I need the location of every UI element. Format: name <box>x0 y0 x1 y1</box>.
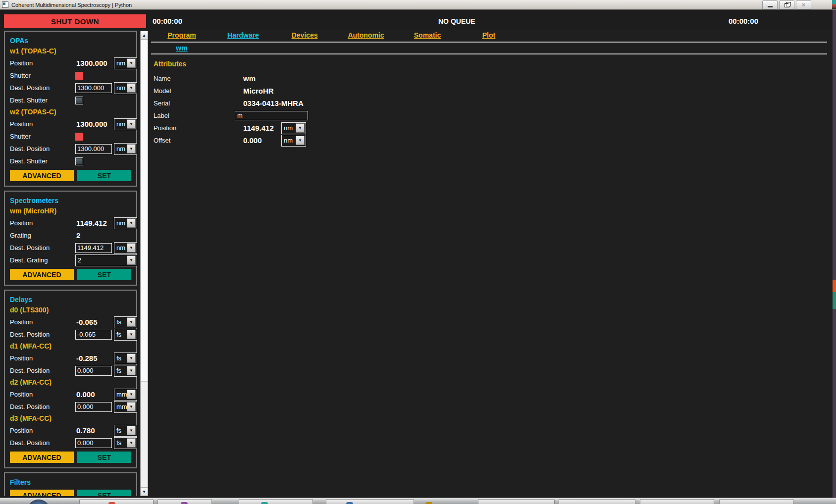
chevron-down-icon[interactable]: ▼ <box>127 438 136 448</box>
section-groups: wm (MicroHR) Position 1149.412 nm ▼ Grat… <box>10 205 135 266</box>
set-button[interactable]: SET <box>77 170 131 181</box>
chevron-down-icon[interactable]: ▼ <box>127 255 136 265</box>
subtab-wm[interactable]: wm <box>151 44 212 52</box>
unit-select[interactable]: nm ▼ <box>114 217 137 229</box>
taskbar-button[interactable] <box>157 499 212 504</box>
chevron-down-icon[interactable]: ▼ <box>127 144 136 153</box>
shutter-indicator <box>75 133 83 141</box>
chevron-down-icon[interactable]: ▼ <box>127 402 136 411</box>
label-input[interactable] <box>235 111 308 120</box>
unit-select[interactable]: nm ▼ <box>281 122 306 134</box>
position-row: Position -0.065 fs ▼ <box>10 316 135 328</box>
chevron-down-icon[interactable]: ▼ <box>127 390 136 399</box>
chevron-down-icon[interactable]: ▼ <box>127 353 136 363</box>
set-button[interactable]: SET <box>77 490 131 496</box>
scroll-down-icon[interactable]: ▼ <box>141 487 148 496</box>
unit-select[interactable]: mm ▼ <box>114 401 137 413</box>
dest-position-input[interactable] <box>75 330 112 340</box>
unit-select[interactable]: fs ▼ <box>114 425 137 437</box>
unit-value: nm <box>282 124 296 132</box>
unit-select[interactable]: fs ▼ <box>114 316 137 328</box>
chevron-down-icon[interactable]: ▼ <box>127 317 136 327</box>
set-button[interactable]: SET <box>77 269 131 280</box>
tab-hardware[interactable]: Hardware <box>212 31 274 39</box>
taskbar-button[interactable] <box>478 499 555 504</box>
dest-position-input[interactable] <box>75 83 112 93</box>
chevron-down-icon[interactable]: ▼ <box>127 58 136 68</box>
chevron-down-icon[interactable]: ▼ <box>127 366 136 375</box>
dest-position-input[interactable] <box>75 402 112 412</box>
chevron-down-icon[interactable]: ▼ <box>127 218 136 228</box>
unit-select[interactable]: nm ▼ <box>114 82 137 94</box>
advanced-button[interactable]: ADVANCED <box>10 452 74 463</box>
dest-position-input[interactable] <box>75 144 112 154</box>
taskbar-button[interactable] <box>559 499 635 504</box>
chevron-down-icon[interactable]: ▼ <box>127 119 136 129</box>
row-label: Position <box>10 120 75 128</box>
scroll-up-icon[interactable]: ▲ <box>141 31 148 40</box>
position-row: Position 0.780 fs ▼ <box>10 424 135 437</box>
chevron-down-icon[interactable]: ▼ <box>296 136 305 145</box>
unit-select[interactable]: fs ▼ <box>114 437 137 449</box>
section-groups: w1 (TOPAS-C) Position 1300.000 nm ▼ Shut… <box>10 46 135 167</box>
dest-shutter-checkbox[interactable] <box>75 97 83 104</box>
tab-plot[interactable]: Plot <box>458 31 520 39</box>
unit-select[interactable]: fs ▼ <box>114 329 137 341</box>
start-orb-icon[interactable] <box>27 500 51 504</box>
dest-grating-select[interactable]: 2 ▼ <box>75 254 137 266</box>
attributes-title: Attributes <box>154 58 827 69</box>
chevron-down-icon[interactable]: ▼ <box>127 426 136 435</box>
advanced-button[interactable]: ADVANCED <box>10 490 74 496</box>
taskbar-button[interactable] <box>719 499 793 504</box>
group-title: d2 (MFA-CC) <box>10 377 135 388</box>
unit-select[interactable]: nm ▼ <box>114 118 137 130</box>
chevron-down-icon[interactable]: ▼ <box>127 243 136 252</box>
unit-select[interactable]: nm ▼ <box>114 57 137 69</box>
unit-select[interactable]: nm ▼ <box>114 242 137 254</box>
dest-position-input[interactable] <box>75 243 112 253</box>
group-rows: Position 1300.000 nm ▼ Shutter Dest. Pos… <box>10 57 135 106</box>
scrollbar-thumb[interactable] <box>141 40 148 382</box>
elapsed-timer: 00:00:00 <box>153 17 182 25</box>
advanced-button[interactable]: ADVANCED <box>10 269 74 280</box>
attribute-row-label: Label <box>154 109 827 122</box>
dest-shutter-checkbox[interactable] <box>75 157 83 165</box>
unit-value: mm <box>114 391 127 398</box>
shutdown-button[interactable]: SHUT DOWN <box>4 14 146 28</box>
title-bar: Coherent Multidimensional Spectroscopy |… <box>0 0 836 10</box>
unit-select[interactable]: fs ▼ <box>114 353 137 364</box>
unit-value: fs <box>114 427 127 434</box>
dest-position-input[interactable] <box>75 366 112 376</box>
dest-position-input[interactable] <box>75 438 112 448</box>
purple-app-icon <box>181 502 188 504</box>
background-teal-fragment <box>833 292 836 309</box>
taskbar-button[interactable] <box>79 499 154 504</box>
tab-autonomic[interactable]: Autonomic <box>335 31 397 39</box>
sidebar-scrollbar[interactable]: ▲ ▼ <box>140 31 148 496</box>
chevron-down-icon[interactable]: ▼ <box>127 330 136 339</box>
taskbar-button[interactable] <box>640 499 714 504</box>
unit-select[interactable]: mm ▼ <box>114 389 137 401</box>
unit-select[interactable]: fs ▼ <box>114 365 137 377</box>
close-button[interactable]: × <box>796 0 811 9</box>
minimize-button[interactable] <box>762 0 778 9</box>
advanced-button[interactable]: ADVANCED <box>10 170 74 181</box>
tab-somatic[interactable]: Somatic <box>397 31 458 39</box>
set-button[interactable]: SET <box>77 452 131 463</box>
unit-select[interactable]: nm ▼ <box>114 143 137 155</box>
tab-devices[interactable]: Devices <box>274 31 335 39</box>
chevron-down-icon[interactable]: ▼ <box>127 83 136 93</box>
dest-position-row: Dest. Position fs ▼ <box>10 364 135 377</box>
taskbar-button[interactable] <box>239 499 313 504</box>
taskbar-button[interactable] <box>326 499 414 504</box>
unit-select[interactable]: nm ▼ <box>281 135 306 147</box>
sidebar-section-spectrometers: Spectrometers wm (MicroHR) Position 1149… <box>4 191 137 286</box>
countdown-timer: 00:00:00 <box>729 17 758 25</box>
row-value: 0.000 <box>75 390 112 399</box>
tab-program[interactable]: Program <box>151 31 212 39</box>
chevron-down-icon[interactable]: ▼ <box>296 123 305 133</box>
attribute-row-serial: Serial 0334-0413-MHRA <box>154 97 827 109</box>
restore-button[interactable] <box>779 0 794 9</box>
group-title: d1 (MFA-CC) <box>10 341 135 352</box>
attribute-value: MicroHR <box>235 87 274 95</box>
